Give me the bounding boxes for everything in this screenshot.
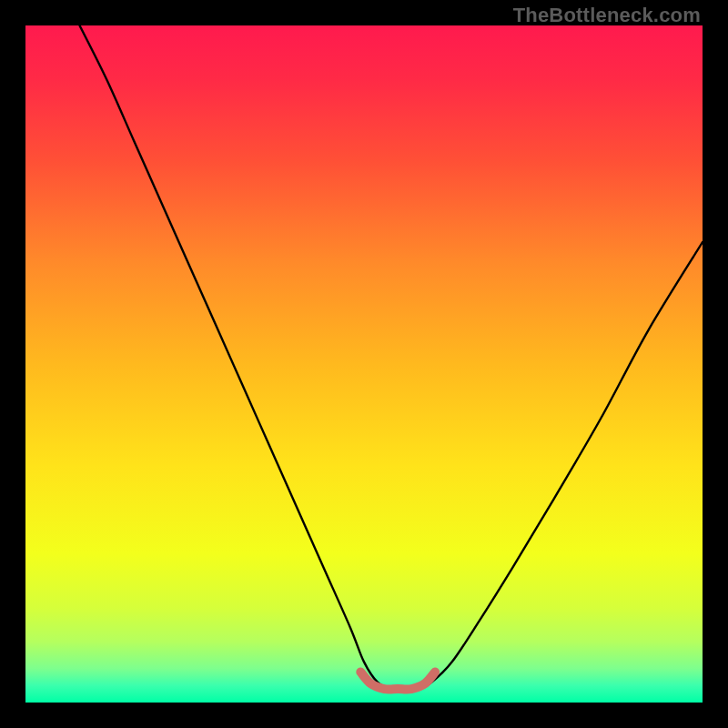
chart-frame: TheBottleneck.com	[0, 0, 728, 728]
curve-overlay	[25, 25, 703, 703]
watermark-text: TheBottleneck.com	[513, 4, 701, 27]
bottleneck-curve-line	[80, 25, 703, 690]
plot-area	[25, 25, 703, 703]
